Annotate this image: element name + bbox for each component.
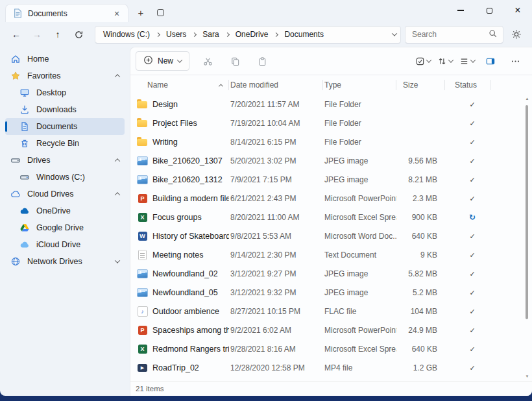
file-type: FLAC file bbox=[323, 307, 396, 316]
address-chevron-down-icon[interactable] bbox=[392, 30, 397, 36]
back-button[interactable] bbox=[8, 26, 25, 43]
sync-status-icon bbox=[467, 307, 478, 316]
sidebar-item-recycle-bin[interactable]: Recycle Bin bbox=[5, 135, 125, 152]
cut-button[interactable] bbox=[199, 52, 217, 70]
sidebar-item-label: Desktop bbox=[36, 88, 66, 97]
main-area: Home Favorites Desktop Downloads Documen… bbox=[0, 47, 532, 396]
file-row[interactable]: RoadTrip_02 12/28/2020 12:58 PM MP4 file… bbox=[130, 358, 532, 377]
up-button[interactable] bbox=[49, 26, 66, 43]
address-bar[interactable]: Windows (C:) Users Sara OneDrive Documen… bbox=[95, 26, 401, 43]
tab-documents[interactable]: Documents bbox=[5, 4, 128, 22]
breadcrumb-item[interactable]: Documents bbox=[283, 29, 325, 40]
sync-status-icon bbox=[467, 326, 478, 335]
scrollbar-track[interactable] bbox=[523, 103, 531, 372]
file-name: Outdoor ambience bbox=[152, 307, 219, 316]
chevron-up-icon bbox=[115, 74, 120, 79]
file-row[interactable]: Writing 8/14/2021 6:15 PM File Folder bbox=[130, 132, 532, 151]
file-type-icon bbox=[137, 362, 148, 373]
sidebar-item-onedrive[interactable]: OneDrive bbox=[5, 202, 125, 219]
settings-button[interactable] bbox=[507, 25, 526, 43]
minimize-button[interactable] bbox=[446, 0, 475, 21]
file-row[interactable]: Newfoundland_02 3/12/2021 9:27 PM JPEG i… bbox=[130, 264, 532, 283]
sort-button[interactable] bbox=[437, 56, 453, 66]
file-size: 640 KB bbox=[396, 232, 445, 241]
titlebar: Documents bbox=[0, 0, 532, 22]
view-button[interactable] bbox=[459, 56, 475, 66]
vertical-scrollbar[interactable] bbox=[523, 95, 531, 380]
details-pane-button[interactable] bbox=[481, 52, 500, 70]
file-date-modified: 3/12/2021 9:27 PM bbox=[229, 269, 323, 278]
column-header-type[interactable]: Type bbox=[323, 75, 396, 95]
new-tab-button[interactable] bbox=[132, 4, 149, 21]
breadcrumb: Windows (C:) Users Sara OneDrive Documen… bbox=[102, 29, 325, 40]
file-row[interactable]: Outdoor ambience 8/27/2021 10:15 PM FLAC… bbox=[130, 302, 532, 321]
file-row[interactable]: Design 7/20/2021 11:57 AM File Folder bbox=[130, 95, 532, 114]
file-name: Redmond Rangers triat... bbox=[152, 345, 229, 354]
breadcrumb-item[interactable]: Windows (C:) bbox=[102, 29, 151, 40]
search-box[interactable] bbox=[405, 26, 503, 43]
breadcrumb-item[interactable]: OneDrive bbox=[234, 29, 270, 40]
column-header-status[interactable]: Status bbox=[445, 75, 490, 95]
paste-button[interactable] bbox=[253, 52, 271, 70]
file-row[interactable]: Bike_210620_1307 5/20/2021 3:02 PM JPEG … bbox=[130, 151, 532, 170]
navigation-bar: Windows (C:) Users Sara OneDrive Documen… bbox=[0, 22, 532, 47]
maximize-button[interactable] bbox=[475, 0, 503, 21]
scroll-up-icon[interactable] bbox=[526, 95, 529, 103]
scrollbar-thumb[interactable] bbox=[526, 105, 528, 319]
file-list: Design 7/20/2021 11:57 AM File Folder Pr… bbox=[130, 95, 532, 381]
file-row[interactable]: Newfoundland_05 3/12/2021 9:32 PM JPEG i… bbox=[130, 283, 532, 302]
column-header-size[interactable]: Size bbox=[396, 75, 445, 95]
sync-status-icon bbox=[467, 250, 478, 260]
file-size: 104 MB bbox=[396, 307, 445, 316]
sidebar: Home Favorites Desktop Downloads Documen… bbox=[0, 47, 130, 396]
file-type-icon bbox=[137, 174, 148, 185]
drive-icon bbox=[19, 172, 30, 182]
file-row[interactable]: Project Files 7/19/2021 10:04 AM File Fo… bbox=[130, 114, 532, 132]
sidebar-section-favorites[interactable]: Favorites bbox=[5, 67, 125, 84]
file-type: Microsoft PowerPoint... bbox=[323, 194, 396, 203]
file-row[interactable]: History of Skateboards 9/8/2021 5:53 AM … bbox=[130, 226, 532, 245]
sidebar-item-home[interactable]: Home bbox=[5, 51, 125, 67]
new-plus-icon bbox=[143, 55, 153, 67]
more-icon bbox=[511, 56, 520, 66]
select-button[interactable] bbox=[415, 56, 431, 66]
sidebar-item-documents[interactable]: Documents bbox=[5, 118, 125, 135]
forward-button[interactable] bbox=[29, 26, 45, 43]
file-name: History of Skateboards bbox=[152, 232, 229, 241]
select-icon bbox=[415, 56, 425, 66]
column-header-date-modified[interactable]: Date modified bbox=[229, 75, 323, 95]
sidebar-item-windows-c[interactable]: Windows (C:) bbox=[5, 169, 125, 186]
copy-button[interactable] bbox=[226, 52, 244, 70]
sidebar-section-network-drives[interactable]: Network Drives bbox=[5, 253, 125, 270]
new-button[interactable]: New bbox=[136, 51, 189, 71]
cut-icon bbox=[203, 56, 213, 66]
copy-icon bbox=[230, 56, 240, 66]
sidebar-section-cloud-drives[interactable]: Cloud Drives bbox=[5, 186, 125, 202]
more-button[interactable] bbox=[506, 52, 524, 70]
file-row[interactable]: Focus groups 8/20/2021 11:00 AM Microsof… bbox=[130, 208, 532, 226]
breadcrumb-item[interactable]: Users bbox=[165, 29, 187, 40]
file-row[interactable]: Spaceships among the... 9/2/2021 6:02 AM… bbox=[130, 321, 532, 339]
sidebar-item-icloud-drive[interactable]: iCloud Drive bbox=[5, 236, 125, 253]
column-header-name[interactable]: Name bbox=[137, 75, 229, 95]
file-row[interactable]: Redmond Rangers triat... 9/28/2021 8:16 … bbox=[130, 339, 532, 358]
refresh-button[interactable] bbox=[70, 26, 87, 43]
file-type: JPEG image bbox=[323, 269, 396, 278]
file-row[interactable]: Meeting notes 9/14/2021 2:30 PM Text Doc… bbox=[130, 245, 532, 264]
scroll-down-icon[interactable] bbox=[526, 372, 529, 380]
sidebar-item-desktop[interactable]: Desktop bbox=[5, 84, 125, 101]
tab-close-icon[interactable] bbox=[111, 8, 123, 19]
sidebar-item-downloads[interactable]: Downloads bbox=[5, 101, 125, 118]
sidebar-section-drives[interactable]: Drives bbox=[5, 152, 125, 169]
file-row[interactable]: Bike_210620_1312 7/9/2021 7:15 PM JPEG i… bbox=[130, 170, 532, 189]
close-button[interactable] bbox=[503, 0, 532, 21]
sidebar-item-google-drive[interactable]: Google Drive bbox=[5, 219, 125, 236]
file-type-icon bbox=[137, 193, 148, 204]
file-row[interactable]: Building a modern file... 6/21/2021 2:43… bbox=[130, 189, 532, 208]
tab-overview-icon[interactable] bbox=[152, 4, 169, 21]
search-input[interactable] bbox=[412, 30, 489, 39]
network-icon bbox=[10, 256, 21, 267]
breadcrumb-item[interactable]: Sara bbox=[201, 29, 220, 40]
file-type-icon bbox=[137, 155, 148, 166]
content-pane: New bbox=[130, 47, 532, 396]
